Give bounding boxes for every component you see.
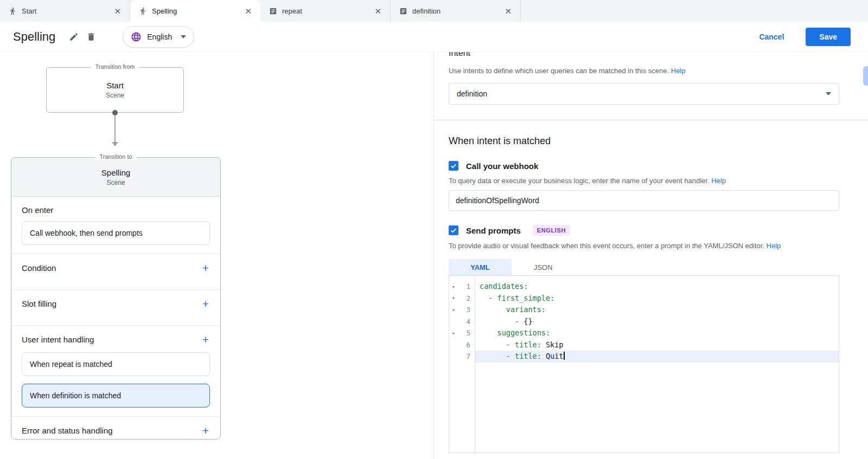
scene-card-body: On enter Call webhook, then send prompts… bbox=[11, 205, 220, 443]
delete-button[interactable] bbox=[82, 28, 100, 46]
scene-node-start[interactable]: Transition from Start Scene bbox=[46, 67, 184, 113]
intent-select-value: definition bbox=[457, 89, 487, 98]
chevron-down-icon bbox=[826, 92, 831, 95]
walk-icon bbox=[9, 7, 17, 15]
close-icon[interactable]: ✕ bbox=[502, 6, 514, 16]
code-line[interactable]: variants: bbox=[475, 304, 839, 316]
language-badge: ENGLISH bbox=[533, 225, 570, 236]
code-token bbox=[480, 305, 506, 314]
close-icon[interactable]: ✕ bbox=[242, 6, 254, 16]
code-line[interactable]: - {} bbox=[475, 316, 839, 328]
intent-doc-icon bbox=[399, 7, 407, 15]
help-link[interactable]: Help bbox=[711, 177, 726, 185]
editor-format-tabs: YAML JSON bbox=[449, 259, 839, 275]
intent-handler-definition[interactable]: When definition is matched bbox=[22, 384, 210, 408]
connector-arrowhead-icon bbox=[112, 142, 118, 146]
tab-repeat[interactable]: repeat ✕ bbox=[260, 0, 391, 22]
yaml-code-editor[interactable]: ▾1▾2▾34▾567 candidates: - first_simple: … bbox=[449, 275, 839, 453]
condition-label: Condition bbox=[22, 263, 56, 273]
intent-handler-repeat[interactable]: When repeat is matched bbox=[22, 352, 210, 376]
code-token: - bbox=[480, 317, 524, 326]
scene-graph-panel: Transition from Start Scene Transition t… bbox=[0, 52, 434, 459]
walk-icon bbox=[139, 7, 147, 15]
code-line[interactable]: - first_simple: bbox=[475, 293, 839, 305]
language-label: English bbox=[147, 33, 172, 41]
slot-filling-section: Slot filling + bbox=[22, 290, 210, 316]
code-token: - bbox=[480, 352, 515, 360]
editor-code-area[interactable]: candidates: - first_simple: variants: - … bbox=[475, 276, 839, 452]
trash-icon bbox=[86, 32, 96, 42]
main-content: Transition from Start Scene Transition t… bbox=[0, 52, 868, 459]
add-error-handler-button[interactable]: + bbox=[201, 425, 210, 436]
prompts-checkbox[interactable] bbox=[449, 225, 458, 235]
fold-arrow-icon[interactable]: ▾ bbox=[452, 331, 457, 336]
tab-definition[interactable]: definition ✕ bbox=[391, 0, 521, 22]
webhook-description: To query data or execute your business l… bbox=[449, 177, 839, 185]
code-token: first_simple: bbox=[497, 294, 555, 302]
tab-start[interactable]: Start ✕ bbox=[0, 0, 130, 22]
intent-description: Use intents to define which user queries… bbox=[449, 67, 839, 75]
user-intent-section: User intent handling + bbox=[22, 326, 210, 352]
code-line[interactable]: candidates: bbox=[475, 281, 839, 293]
help-link[interactable]: Help bbox=[767, 242, 781, 250]
gutter-row: 4 bbox=[449, 316, 475, 328]
tab-label: repeat bbox=[282, 7, 367, 15]
add-condition-button[interactable]: + bbox=[201, 262, 210, 274]
close-icon[interactable]: ✕ bbox=[112, 6, 123, 16]
add-slot-button[interactable]: + bbox=[201, 298, 210, 309]
text-cursor bbox=[564, 352, 565, 360]
intent-select[interactable]: definition bbox=[449, 83, 839, 105]
event-handler-input[interactable] bbox=[449, 190, 839, 211]
line-number: 3 bbox=[466, 306, 470, 314]
user-intent-label: User intent handling bbox=[22, 335, 94, 344]
connector-line bbox=[114, 115, 116, 142]
tab-label: Spelling bbox=[152, 7, 238, 15]
code-token: Quit bbox=[546, 352, 564, 360]
code-line[interactable]: - title: Skip bbox=[475, 339, 839, 351]
scrollbar-thumb[interactable] bbox=[863, 66, 868, 86]
intent-doc-icon bbox=[269, 7, 277, 15]
pencil-icon bbox=[69, 32, 79, 42]
tab-yaml[interactable]: YAML bbox=[449, 259, 512, 275]
on-enter-label: On enter bbox=[22, 205, 210, 215]
code-line[interactable]: suggestions: bbox=[475, 327, 839, 339]
code-line[interactable]: - title: Quit bbox=[475, 351, 839, 363]
scene-card-header[interactable]: Spelling Scene bbox=[11, 158, 220, 197]
gutter-row: ▾3 bbox=[449, 304, 475, 316]
tab-json[interactable]: JSON bbox=[512, 259, 575, 275]
add-intent-handler-button[interactable]: + bbox=[201, 334, 210, 345]
chevron-down-icon bbox=[181, 35, 186, 38]
close-icon[interactable]: ✕ bbox=[372, 6, 384, 16]
scene-card-spelling: Transition to Spelling Scene On enter Ca… bbox=[11, 157, 221, 439]
transition-from-legend: Transition from bbox=[91, 63, 139, 70]
tab-spelling[interactable]: Spelling ✕ bbox=[130, 0, 260, 22]
code-token: variants: bbox=[506, 305, 546, 314]
code-token: - bbox=[480, 294, 497, 302]
fold-arrow-icon[interactable]: ▾ bbox=[452, 307, 457, 313]
webhook-checkbox-row: Call your webhook bbox=[449, 161, 839, 171]
when-intent-matched-heading: When intent is matched bbox=[449, 135, 839, 147]
globe-icon bbox=[131, 31, 142, 42]
language-selector[interactable]: English bbox=[123, 26, 194, 48]
webhook-checkbox[interactable] bbox=[449, 161, 458, 171]
gutter-row: 6 bbox=[449, 339, 475, 351]
code-token: candidates: bbox=[480, 282, 528, 290]
on-enter-card[interactable]: Call webhook, then send prompts bbox=[22, 221, 210, 245]
help-link[interactable]: Help bbox=[671, 67, 686, 75]
slot-filling-label: Slot filling bbox=[22, 299, 56, 308]
fold-arrow-icon[interactable]: ▾ bbox=[452, 295, 457, 301]
save-button[interactable]: Save bbox=[806, 28, 851, 46]
fold-arrow-icon[interactable]: ▾ bbox=[452, 284, 457, 289]
gutter-row: ▾2 bbox=[449, 293, 475, 305]
panel-divider bbox=[434, 120, 868, 120]
page-title: Spelling bbox=[13, 30, 55, 44]
scene-tab-bar: Start ✕ Spelling ✕ repeat ✕ definition ✕ bbox=[0, 0, 868, 22]
prompts-description-text: To provide audio or visual feedback when… bbox=[449, 242, 764, 250]
scene-node-subtitle: Scene bbox=[106, 92, 124, 99]
edit-button[interactable] bbox=[65, 28, 82, 46]
tab-label: definition bbox=[412, 7, 497, 15]
line-number: 7 bbox=[466, 352, 470, 360]
scene-header: Spelling English Cancel Save bbox=[0, 22, 868, 52]
tab-label: Start bbox=[22, 7, 107, 15]
cancel-button[interactable]: Cancel bbox=[756, 32, 787, 42]
